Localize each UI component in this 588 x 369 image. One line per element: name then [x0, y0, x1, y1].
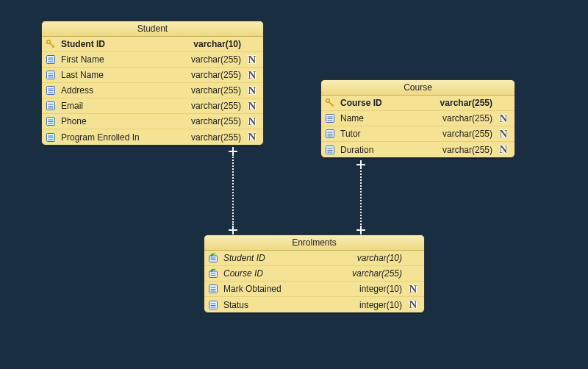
entity-enrolments[interactable]: Enrolments Student IDvarchar(10)Course I…	[204, 234, 425, 313]
cardinality-many-icon	[356, 226, 365, 234]
relationship-course-enrolments	[360, 168, 362, 225]
column-type: varchar(255)	[185, 54, 241, 65]
column-name: Course ID	[340, 98, 434, 108]
column-icon	[324, 112, 336, 124]
column-name: Duration	[340, 145, 437, 155]
column-row[interactable]: Addressvarchar(255)N	[42, 83, 263, 98]
column-name: Phone	[61, 116, 185, 126]
entity-rows: Student IDvarchar(10)First Namevarchar(2…	[42, 37, 263, 145]
column-icon	[45, 54, 57, 65]
column-icon	[207, 283, 219, 295]
column-icon	[45, 132, 57, 143]
entity-rows: Student IDvarchar(10)Course IDvarchar(25…	[204, 251, 424, 312]
column-type: varchar(255)	[185, 70, 241, 80]
column-name: Student ID	[61, 39, 187, 49]
column-name: Email	[61, 101, 185, 111]
nullable-badge: N	[245, 131, 259, 143]
entity-rows: Course IDvarchar(255)Namevarchar(255)NTu…	[321, 96, 514, 157]
primary-key-icon	[45, 38, 57, 50]
entity-title: Course	[321, 80, 514, 96]
cardinality-many-icon	[229, 226, 237, 234]
relationship-student-enrolments	[232, 154, 234, 225]
column-row[interactable]: Emailvarchar(255)N	[42, 98, 263, 114]
column-name: Address	[61, 85, 185, 96]
entity-student[interactable]: Student Student IDvarchar(10)First Namev…	[41, 21, 264, 146]
column-icon	[45, 100, 57, 112]
cardinality-one-icon	[356, 160, 365, 169]
column-name: Course ID	[223, 268, 346, 279]
foreign-key-icon	[207, 252, 219, 264]
column-type: varchar(255)	[346, 268, 402, 279]
column-name: Student ID	[223, 253, 351, 263]
column-icon	[324, 128, 336, 140]
nullable-badge: N	[245, 115, 259, 128]
column-row[interactable]: Course IDvarchar(255)	[204, 266, 424, 282]
column-row[interactable]: Statusinteger(10)N	[204, 297, 424, 312]
column-type: varchar(10)	[187, 39, 241, 49]
column-row[interactable]: Last Namevarchar(255)N	[42, 68, 263, 83]
column-row[interactable]: Namevarchar(255)N	[321, 111, 514, 126]
column-row[interactable]: Program Enrolled Invarchar(255)N	[42, 129, 263, 145]
nullable-badge: N	[497, 112, 510, 125]
nullable-badge: N	[245, 85, 259, 97]
entity-title: Enrolments	[204, 235, 424, 251]
column-type: integer(10)	[354, 300, 402, 310]
cardinality-one-icon	[229, 147, 237, 156]
column-name: Last Name	[61, 70, 185, 80]
nullable-badge: N	[245, 100, 259, 112]
column-name: Mark Obtained	[223, 284, 354, 294]
nullable-badge: N	[245, 54, 259, 66]
column-type: varchar(255)	[185, 101, 241, 111]
column-row[interactable]: First Namevarchar(255)N	[42, 52, 263, 68]
column-row[interactable]: Tutorvarchar(255)N	[321, 126, 514, 142]
column-icon	[45, 69, 57, 81]
nullable-badge: N	[245, 69, 259, 82]
column-type: varchar(10)	[351, 253, 402, 263]
primary-key-icon	[324, 97, 336, 109]
column-row[interactable]: Course IDvarchar(255)	[321, 96, 514, 111]
column-type: varchar(255)	[437, 113, 492, 123]
column-type: varchar(255)	[434, 98, 492, 108]
column-type: varchar(255)	[185, 116, 241, 126]
column-name: Program Enrolled In	[61, 132, 185, 143]
column-name: First Name	[61, 54, 185, 65]
column-name: Name	[340, 113, 437, 123]
nullable-badge: N	[406, 283, 420, 295]
nullable-badge: N	[497, 143, 510, 156]
column-type: varchar(255)	[437, 145, 492, 155]
entity-course[interactable]: Course Course IDvarchar(255)Namevarchar(…	[320, 79, 515, 158]
column-icon	[45, 115, 57, 127]
column-type: integer(10)	[354, 284, 402, 294]
svg-rect-41	[209, 271, 218, 278]
column-type: varchar(255)	[185, 132, 241, 143]
column-row[interactable]: Durationvarchar(255)N	[321, 142, 514, 157]
column-row[interactable]: Student IDvarchar(10)	[204, 251, 424, 266]
column-name: Status	[223, 300, 354, 310]
column-row[interactable]: Student IDvarchar(10)	[42, 37, 263, 52]
entity-title: Student	[42, 21, 263, 37]
column-type: varchar(255)	[437, 129, 492, 139]
column-icon	[207, 299, 219, 311]
column-name: Tutor	[340, 129, 437, 139]
column-row[interactable]: Phonevarchar(255)N	[42, 114, 263, 129]
column-icon	[324, 144, 336, 156]
nullable-badge: N	[497, 128, 510, 140]
column-row[interactable]: Mark Obtainedinteger(10)N	[204, 282, 424, 297]
svg-rect-38	[209, 256, 218, 262]
column-icon	[45, 85, 57, 96]
nullable-badge: N	[406, 298, 420, 311]
foreign-key-icon	[207, 268, 219, 279]
column-type: varchar(255)	[185, 85, 241, 96]
